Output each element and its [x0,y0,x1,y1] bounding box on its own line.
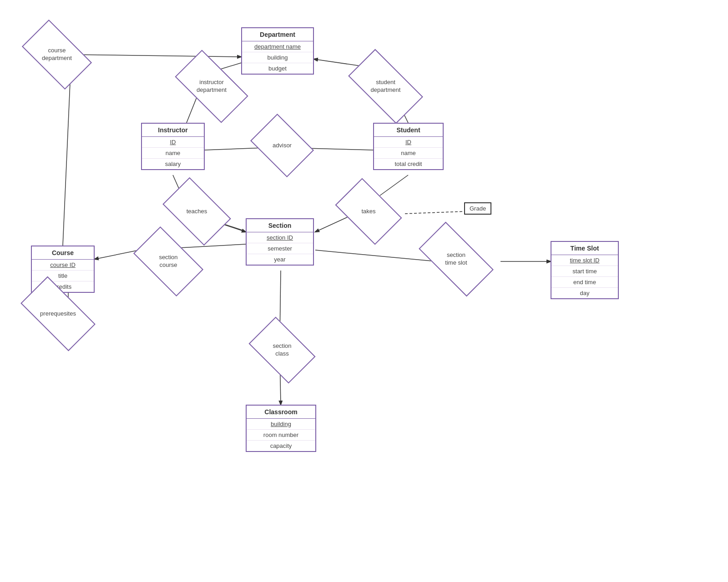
instructor-department-label: instructordepartment [197,79,227,94]
timeslot-attr-id: time slot ID [551,255,618,266]
classroom-attr-room: room number [247,430,315,441]
course-attr-title: title [32,271,94,281]
instructor-attr-id: ID [142,137,204,148]
instructor-entity: Instructor ID name salary [141,123,205,170]
student-department-label: studentdepartment [371,79,401,94]
course-title: Course [32,246,94,260]
teaches-label: teaches [187,208,207,216]
advisor-diamond: advisor [257,127,307,164]
section-class-diamond: sectionclass [255,332,309,368]
student-attr-credit: total credit [374,159,443,169]
course-attr-id: course ID [32,260,94,271]
takes-label: takes [361,208,375,216]
instructor-attr-name: name [142,148,204,159]
department-attr-name: department name [242,41,313,52]
student-attr-id: ID [374,137,443,148]
student-attr-name: name [374,148,443,159]
timeslot-attr-start: start time [551,266,618,277]
classroom-attr-capacity: capacity [247,441,315,451]
department-attr-budget: budget [242,63,313,74]
section-attr-id: section ID [247,232,313,243]
instructor-department-diamond: instructordepartment [180,68,243,105]
svg-line-7 [205,148,264,150]
department-title: Department [242,28,313,41]
timeslot-attr-end: end time [551,277,618,288]
prerequesites-diamond: prerequesites [25,296,91,332]
section-timeslot-diamond: sectiontime slot [423,241,489,277]
prerequesites-label: prerequesites [40,310,76,318]
timeslot-entity: Time Slot time slot ID start time end ti… [551,241,619,299]
svg-line-23 [315,250,437,261]
svg-line-11 [380,175,408,196]
section-title: Section [247,219,313,232]
takes-diamond: takes [341,193,396,230]
section-course-diamond: sectioncourse [139,243,198,280]
instructor-title: Instructor [142,124,204,137]
section-class-label: sectionclass [273,342,291,358]
student-title: Student [374,124,443,137]
instructor-attr-salary: salary [142,159,204,169]
grade-label: Grade [464,202,491,215]
classroom-attr-building: building [247,419,315,430]
department-entity: Department department name building budg… [241,27,314,75]
timeslot-attr-day: day [551,288,618,298]
student-entity: Student ID name total credit [373,123,444,170]
svg-line-3 [63,73,71,246]
teaches-diamond: teaches [168,193,225,230]
classroom-entity: Classroom building room number capacity [246,405,316,452]
section-course-label: sectioncourse [159,254,177,269]
section-timeslot-label: sectiontime slot [445,251,467,267]
course-department-diamond: coursedepartment [27,36,86,73]
section-attr-year: year [247,254,313,265]
classroom-title: Classroom [247,406,315,419]
course-department-label: coursedepartment [42,47,72,62]
department-attr-building: building [242,52,313,63]
section-entity: Section section ID semester year [246,218,314,266]
section-attr-semester: semester [247,243,313,254]
timeslot-title: Time Slot [551,242,618,255]
svg-line-0 [71,55,241,57]
student-department-diamond: studentdepartment [353,68,419,105]
er-diagram: Department department name building budg… [0,0,728,582]
svg-line-13 [405,211,464,214]
advisor-label: advisor [273,142,292,150]
